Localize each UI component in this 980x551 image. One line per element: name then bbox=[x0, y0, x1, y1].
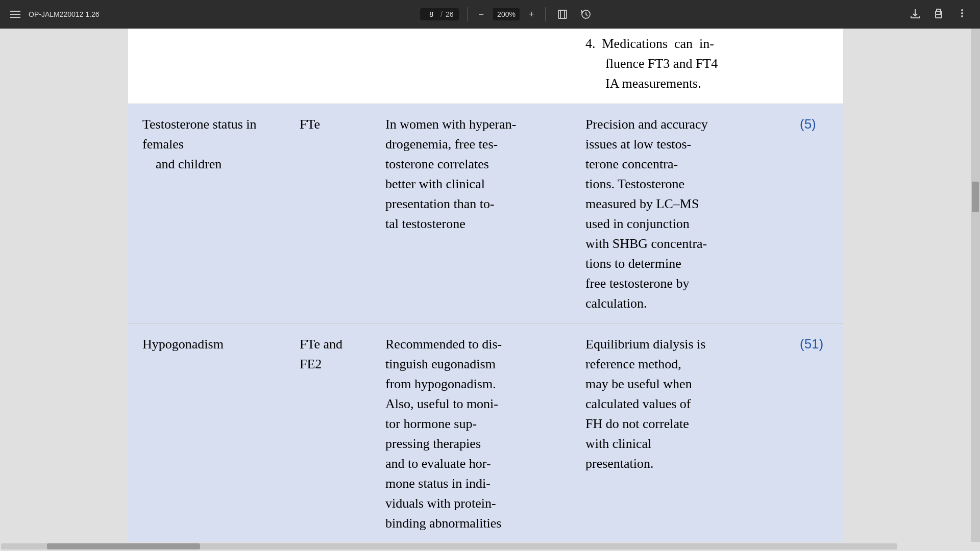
ref-link[interactable]: (51) bbox=[800, 336, 823, 352]
ref-cell: (5) bbox=[786, 104, 843, 324]
toolbar-right-actions bbox=[905, 6, 972, 23]
considerations-text: Equilibrium dialysis isreference method,… bbox=[585, 337, 705, 471]
considerations-cell: Precision and accuracyissues at low test… bbox=[571, 104, 786, 324]
condition-cell: Hypogonadism bbox=[128, 324, 285, 542]
analyte-text: FTe and FE2 bbox=[300, 337, 342, 371]
medications-text: 4. 4. Medications can in- fluence FT3 an… bbox=[585, 29, 771, 93]
data-table: 4. 4. Medications can in- fluence FT3 an… bbox=[128, 29, 843, 542]
bottom-scrollbar-thumb[interactable] bbox=[47, 543, 200, 549]
considerations-cell: 4. 4. Medications can in- fluence FT3 an… bbox=[571, 29, 786, 104]
ref-link[interactable]: (5) bbox=[800, 116, 816, 132]
page-total: 26 bbox=[446, 10, 454, 18]
svg-rect-5 bbox=[937, 9, 941, 12]
svg-point-9 bbox=[961, 15, 963, 17]
analyte-cell bbox=[285, 29, 371, 104]
pdf-page[interactable]: 4. 4. Medications can in- fluence FT3 an… bbox=[0, 29, 971, 542]
table-row: Hypogonadism FTe and FE2 Recommended to … bbox=[128, 324, 843, 542]
toolbar: OP-JALM220012 1.26 / 26 − 200% + bbox=[0, 0, 980, 29]
svg-point-8 bbox=[961, 12, 963, 14]
zoom-level[interactable]: 200% bbox=[493, 8, 520, 20]
menu-icon[interactable] bbox=[8, 9, 22, 20]
bottom-scrollbar-track[interactable] bbox=[1, 543, 897, 549]
divider-1 bbox=[467, 7, 468, 21]
page-navigation: / 26 bbox=[420, 8, 458, 20]
zoom-out-button[interactable]: − bbox=[476, 7, 487, 22]
document-title: OP-JALM220012 1.26 bbox=[29, 10, 100, 18]
content-area: 4. 4. Medications can in- fluence FT3 an… bbox=[0, 29, 980, 542]
considerations-text: Precision and accuracyissues at low test… bbox=[585, 117, 708, 311]
table-row: Testosterone status in females and child… bbox=[128, 104, 843, 324]
zoom-in-button[interactable]: + bbox=[526, 7, 537, 22]
download-button[interactable] bbox=[905, 6, 925, 23]
analyte-text: FTe bbox=[300, 117, 320, 132]
page-separator: / bbox=[440, 10, 443, 18]
svg-point-6 bbox=[940, 13, 941, 14]
fit-page-button[interactable] bbox=[554, 7, 571, 22]
page-number-input[interactable] bbox=[425, 10, 437, 18]
svg-point-7 bbox=[961, 9, 963, 11]
condition-text: Hypogonadism bbox=[142, 337, 224, 352]
history-button[interactable] bbox=[577, 7, 595, 22]
usecase-cell: In women with hyperan-drogenemia, free t… bbox=[371, 104, 571, 324]
bottom-scrollbar[interactable] bbox=[0, 542, 980, 551]
usecase-cell bbox=[371, 29, 571, 104]
more-options-button[interactable] bbox=[952, 6, 972, 23]
scrollbar-thumb[interactable] bbox=[972, 182, 979, 212]
condition-cell: Testosterone status in females and child… bbox=[128, 104, 285, 324]
print-button[interactable] bbox=[929, 6, 948, 23]
ref-cell bbox=[786, 29, 843, 104]
medications-label: 4. 4. Medications can in- fluence FT3 an… bbox=[585, 36, 718, 91]
condition-text: Testosterone status in females and child… bbox=[142, 117, 256, 171]
page-content: 4. 4. Medications can in- fluence FT3 an… bbox=[128, 29, 843, 542]
ref-cell: (51) bbox=[786, 324, 843, 542]
condition-cell bbox=[128, 29, 285, 104]
usecase-text: Recommended to dis-tinguish eugonadismfr… bbox=[385, 337, 502, 531]
usecase-cell: Recommended to dis-tinguish eugonadismfr… bbox=[371, 324, 571, 542]
analyte-cell: FTe bbox=[285, 104, 371, 324]
right-scrollbar[interactable] bbox=[971, 29, 980, 542]
divider-2 bbox=[545, 7, 546, 21]
table-row: 4. 4. Medications can in- fluence FT3 an… bbox=[128, 29, 843, 104]
svg-rect-0 bbox=[558, 10, 567, 18]
considerations-cell: Equilibrium dialysis isreference method,… bbox=[571, 324, 786, 542]
analyte-cell: FTe and FE2 bbox=[285, 324, 371, 542]
svg-rect-4 bbox=[936, 14, 942, 18]
usecase-text: In women with hyperan-drogenemia, free t… bbox=[385, 117, 516, 231]
